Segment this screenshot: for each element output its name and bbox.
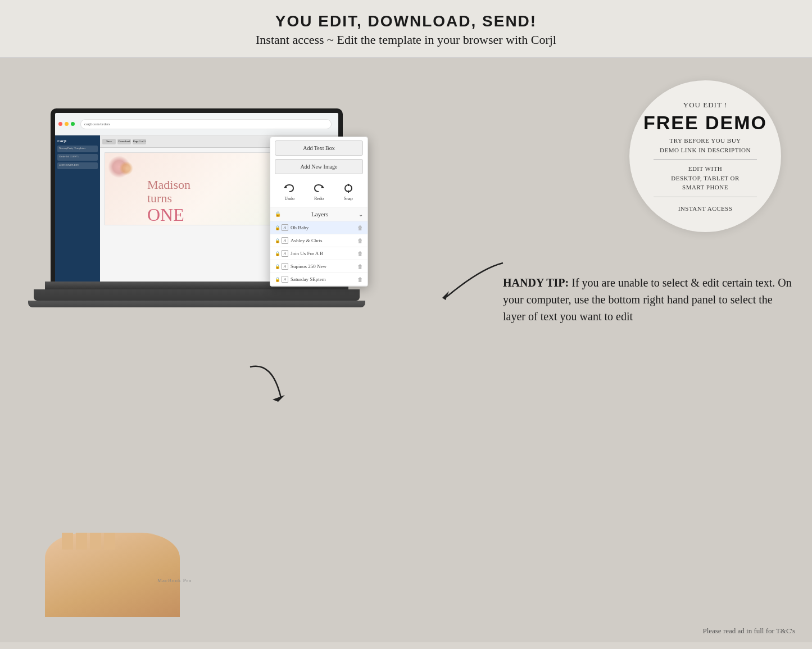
tc-text: Please read ad in full for T&C's xyxy=(702,627,795,636)
layer-type-2: A xyxy=(282,250,288,257)
layer-type-0: A xyxy=(282,224,288,231)
undo-icon xyxy=(283,182,296,194)
layer-delete-2[interactable]: 🗑 xyxy=(357,251,363,257)
handy-tip-section: HANDY TIP: If you are unable to select &… xyxy=(503,274,795,325)
demo-you-edit-label: YOU EDIT ! xyxy=(683,101,727,110)
demo-divider-2 xyxy=(654,197,757,197)
sidebar-item: NoorayParty Templates xyxy=(57,146,98,152)
toolbar-btn-save[interactable]: Save xyxy=(102,139,116,144)
sidebar-incomplete: ● INCOMPLETE xyxy=(57,162,98,169)
layer-delete-3[interactable]: 🗑 xyxy=(357,264,363,270)
layer-item-0[interactable]: 🔒 A Oh Baby 🗑 xyxy=(270,221,368,234)
corjl-logo: Corjl xyxy=(57,139,98,143)
layers-title: Layers xyxy=(311,211,328,217)
hand-shape xyxy=(45,533,180,617)
layer-delete-1[interactable]: 🗑 xyxy=(357,238,363,244)
layers-header: 🔒 Layers ⌄ xyxy=(270,207,368,221)
layer-delete-0[interactable]: 🗑 xyxy=(357,225,363,231)
finger4 xyxy=(104,533,115,550)
sidebar-order: Order Id: 150975 xyxy=(57,154,98,161)
finger3 xyxy=(90,533,101,550)
layer-item-1[interactable]: 🔒 A Ashley & Chris 🗑 xyxy=(270,234,368,247)
address-text: corjl.com/orders xyxy=(84,122,110,126)
layer-name-4: Saturday SEptem xyxy=(291,276,355,282)
canvas-madison-text: Madison turns ONE xyxy=(147,178,190,225)
layer-type-4: A xyxy=(282,276,288,283)
corjl-panel: Add Text Box Add New Image Undo Redo Sna… xyxy=(270,137,368,287)
demo-edit-with-label: EDIT WITHDESKTOP, TABLET ORSMART PHONE xyxy=(671,164,740,192)
finger2 xyxy=(76,533,87,550)
demo-try-before-label: TRY BEFORE YOU BUY DEMO LINK IN DESCRIPT… xyxy=(660,136,751,155)
floral-yellow xyxy=(119,161,133,175)
demo-free-label: FREE DEMO xyxy=(643,112,767,134)
redo-icon xyxy=(312,182,325,194)
layers-list: 🔒 A Oh Baby 🗑 🔒 A Ashley & Chris 🗑 🔒 A J… xyxy=(270,221,368,286)
layer-item-2[interactable]: 🔒 A Join Us For A B 🗑 xyxy=(270,247,368,260)
layer-type-1: A xyxy=(282,237,288,244)
redo-label: Redo xyxy=(314,196,324,201)
browser-dot-yellow xyxy=(65,122,69,126)
finger1 xyxy=(62,533,73,550)
layer-lock-2: 🔒 xyxy=(275,251,279,256)
snap-label: Snap xyxy=(344,196,353,201)
top-banner: YOU EDIT, DOWNLOAD, SEND! Instant access… xyxy=(0,0,812,58)
layer-lock-3: 🔒 xyxy=(275,264,279,269)
banner-subtitle: Instant access ~ Edit the template in yo… xyxy=(11,33,801,47)
main-area: corjl.com/orders Corjl NoorayParty Templ… xyxy=(0,58,812,642)
toolbar-btn-page[interactable]: Page 1 of 1 xyxy=(133,139,146,144)
arrow-to-layers xyxy=(436,257,509,305)
layer-type-3: A xyxy=(282,263,288,270)
layer-name-2: Join Us For A B xyxy=(291,251,355,256)
snap-icon xyxy=(342,182,355,194)
layer-name-3: Supinos 250 New xyxy=(291,264,355,269)
laptop-keyboard-base xyxy=(28,301,365,307)
layer-delete-4[interactable]: 🗑 xyxy=(357,276,363,283)
toolbar-btn-download[interactable]: Download xyxy=(117,139,131,144)
layer-lock-1: 🔒 xyxy=(275,238,279,243)
redo-tool[interactable]: Redo xyxy=(312,182,325,201)
browser-address-bar: corjl.com/orders xyxy=(80,119,332,129)
undo-label: Undo xyxy=(284,196,294,201)
add-new-image-button[interactable]: Add New Image xyxy=(275,159,363,174)
demo-divider xyxy=(654,159,757,160)
corjl-tools: Undo Redo Snap xyxy=(270,176,368,207)
svg-marker-5 xyxy=(273,395,285,402)
banner-title: YOU EDIT, DOWNLOAD, SEND! xyxy=(11,12,801,30)
layer-name-0: Oh Baby xyxy=(291,225,355,230)
handy-tip-text: HANDY TIP: If you are unable to select &… xyxy=(503,274,795,325)
demo-instant-label: INSTANT ACCESS xyxy=(678,205,733,212)
browser-sidebar: Corjl NoorayParty Templates Order Id: 15… xyxy=(55,135,100,282)
handy-tip-bold: HANDY TIP: xyxy=(503,276,569,289)
snap-tool[interactable]: Snap xyxy=(342,182,355,201)
layer-lock-4: 🔒 xyxy=(275,276,279,282)
undo-tool[interactable]: Undo xyxy=(283,182,296,201)
browser-dot-red xyxy=(58,122,62,126)
macbook-label: MacBook Pro xyxy=(157,578,192,583)
layer-item-3[interactable]: 🔒 A Supinos 250 New 🗑 xyxy=(270,260,368,273)
layer-name-1: Ashley & Chris xyxy=(291,238,355,243)
browser-chrome: corjl.com/orders xyxy=(55,113,338,135)
laptop-body xyxy=(34,289,360,301)
layer-lock-0: 🔒 xyxy=(275,225,279,230)
arrow-to-panel xyxy=(244,361,289,409)
add-text-box-button[interactable]: Add Text Box xyxy=(275,140,363,156)
free-demo-circle: YOU EDIT ! FREE DEMO TRY BEFORE YOU BUY … xyxy=(629,80,781,232)
browser-dot-green xyxy=(71,122,75,126)
layer-item-4[interactable]: 🔒 A Saturday SEptem 🗑 xyxy=(270,273,368,286)
